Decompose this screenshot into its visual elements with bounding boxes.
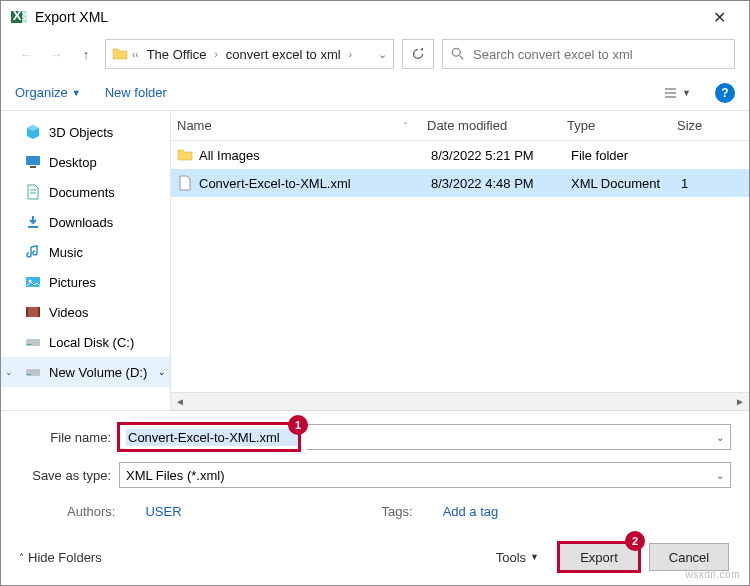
authors-value[interactable]: USER xyxy=(145,504,181,519)
search-box[interactable] xyxy=(442,39,735,69)
sidebar-item-new-volume-d[interactable]: ⌄ New Volume (D:) ⌄ xyxy=(1,357,170,387)
nav-row: ← → ↑ ‹‹ The Office › convert excel to x… xyxy=(1,33,749,75)
address-bar[interactable]: ‹‹ The Office › convert excel to xml › ⌄ xyxy=(105,39,394,69)
sidebar-item-label: 3D Objects xyxy=(49,125,113,140)
documents-icon xyxy=(25,184,41,200)
file-name: All Images xyxy=(199,148,431,163)
titlebar: X Export XML ✕ xyxy=(1,1,749,33)
dropdown-icon[interactable]: ⌄ xyxy=(716,470,724,481)
svg-rect-23 xyxy=(27,374,31,375)
sidebar-item-downloads[interactable]: Downloads xyxy=(1,207,170,237)
tags-value[interactable]: Add a tag xyxy=(443,504,499,519)
back-button[interactable]: ← xyxy=(15,43,37,65)
scroll-right-icon[interactable]: ► xyxy=(731,396,749,407)
sidebar-item-label: New Volume (D:) xyxy=(49,365,147,380)
sidebar-item-music[interactable]: Music xyxy=(1,237,170,267)
sidebar: 3D Objects Desktop Documents Downloads M… xyxy=(1,111,171,410)
xml-file-icon xyxy=(177,175,193,191)
sidebar-item-label: Local Disk (C:) xyxy=(49,335,134,350)
svg-rect-18 xyxy=(26,307,28,317)
sidebar-item-label: Music xyxy=(49,245,83,260)
new-folder-button[interactable]: New folder xyxy=(105,85,167,100)
chevron-down-icon: ⌄ xyxy=(158,367,166,377)
sidebar-item-label: Videos xyxy=(49,305,89,320)
file-size: 1 xyxy=(681,176,749,191)
file-type: File folder xyxy=(571,148,681,163)
filename-input[interactable] xyxy=(126,429,298,446)
column-type[interactable]: Type xyxy=(567,118,677,133)
chevron-up-icon: ˄ xyxy=(19,552,24,563)
svg-point-5 xyxy=(452,48,460,56)
close-button[interactable]: ✕ xyxy=(699,8,739,27)
filename-label: File name: xyxy=(19,430,111,445)
hide-folders-button[interactable]: ˄ Hide Folders xyxy=(19,550,102,565)
disk-icon xyxy=(25,364,41,380)
savetype-value: XML Files (*.xml) xyxy=(126,468,224,483)
refresh-icon xyxy=(411,47,425,61)
folder-icon xyxy=(112,46,128,62)
file-header: Nameˆ Date modified Type Size xyxy=(171,111,749,141)
scroll-left-icon[interactable]: ◄ xyxy=(171,396,189,407)
chevron-right-icon: › xyxy=(214,49,217,60)
pictures-icon xyxy=(25,274,41,290)
export-xml-dialog: X Export XML ✕ ← → ↑ ‹‹ The Office › con… xyxy=(0,0,750,586)
view-options-button[interactable]: ▼ xyxy=(664,87,691,99)
body: 3D Objects Desktop Documents Downloads M… xyxy=(1,111,749,410)
svg-rect-4 xyxy=(22,19,27,23)
chevron-down-icon: ⌄ xyxy=(5,367,13,377)
svg-rect-2 xyxy=(22,11,27,14)
music-icon xyxy=(25,244,41,260)
callout-1: 1 xyxy=(288,415,308,435)
svg-text:X: X xyxy=(13,9,22,23)
up-button[interactable]: ↑ xyxy=(75,43,97,65)
column-size[interactable]: Size xyxy=(677,118,749,133)
svg-rect-11 xyxy=(30,166,36,168)
sidebar-item-pictures[interactable]: Pictures xyxy=(1,267,170,297)
file-type: XML Document xyxy=(571,176,681,191)
chevron-icon: ‹‹ xyxy=(132,49,139,60)
file-date: 8/3/2022 4:48 PM xyxy=(431,176,571,191)
forward-button[interactable]: → xyxy=(45,43,67,65)
horizontal-scrollbar[interactable]: ◄ ► xyxy=(171,392,749,410)
filename-input-wrapper: 1 xyxy=(119,424,299,450)
savetype-label: Save as type: xyxy=(19,468,111,483)
sidebar-item-3d-objects[interactable]: 3D Objects xyxy=(1,117,170,147)
sidebar-item-videos[interactable]: Videos xyxy=(1,297,170,327)
sidebar-item-label: Desktop xyxy=(49,155,97,170)
button-bar: ˄ Hide Folders Tools ▼ 2 Export Cancel xyxy=(1,529,749,585)
savetype-combo[interactable]: XML Files (*.xml) ⌄ xyxy=(119,462,731,488)
savetype-row: Save as type: XML Files (*.xml) ⌄ xyxy=(19,459,731,491)
filename-row: File name: 1 ⌄ xyxy=(19,421,731,453)
view-icon xyxy=(664,87,680,99)
desktop-icon xyxy=(25,154,41,170)
cancel-button[interactable]: Cancel xyxy=(649,543,729,571)
file-row-folder[interactable]: All Images 8/3/2022 5:21 PM File folder xyxy=(171,141,749,169)
sidebar-item-documents[interactable]: Documents xyxy=(1,177,170,207)
dropdown-icon[interactable]: ⌄ xyxy=(716,432,724,443)
help-button[interactable]: ? xyxy=(715,83,735,103)
history-dropdown-icon[interactable]: ⌄ xyxy=(378,48,387,61)
file-pane: Nameˆ Date modified Type Size All Images… xyxy=(171,111,749,410)
svg-rect-21 xyxy=(27,344,31,345)
tools-button[interactable]: Tools ▼ xyxy=(496,550,539,565)
sidebar-item-desktop[interactable]: Desktop xyxy=(1,147,170,177)
breadcrumb-part1[interactable]: The Office xyxy=(143,47,211,62)
svg-rect-17 xyxy=(26,307,40,317)
breadcrumb-part2[interactable]: convert excel to xml xyxy=(222,47,345,62)
column-name[interactable]: Nameˆ xyxy=(177,118,427,133)
file-row-xml[interactable]: Convert-Excel-to-XML.xml 8/3/2022 4:48 P… xyxy=(171,169,749,197)
search-input[interactable] xyxy=(471,46,726,63)
filename-combo-extend[interactable]: ⌄ xyxy=(307,424,731,450)
authors-label: Authors: xyxy=(67,504,115,519)
downloads-icon xyxy=(25,214,41,230)
videos-icon xyxy=(25,304,41,320)
excel-app-icon: X xyxy=(11,9,27,25)
sort-arrow-icon: ˆ xyxy=(404,121,407,131)
refresh-button[interactable] xyxy=(402,39,434,69)
3d-objects-icon xyxy=(25,124,41,140)
column-date[interactable]: Date modified xyxy=(427,118,567,133)
disk-icon xyxy=(25,334,41,350)
sidebar-item-local-disk-c[interactable]: Local Disk (C:) xyxy=(1,327,170,357)
organize-button[interactable]: Organize ▼ xyxy=(15,85,81,100)
svg-rect-10 xyxy=(26,156,40,165)
